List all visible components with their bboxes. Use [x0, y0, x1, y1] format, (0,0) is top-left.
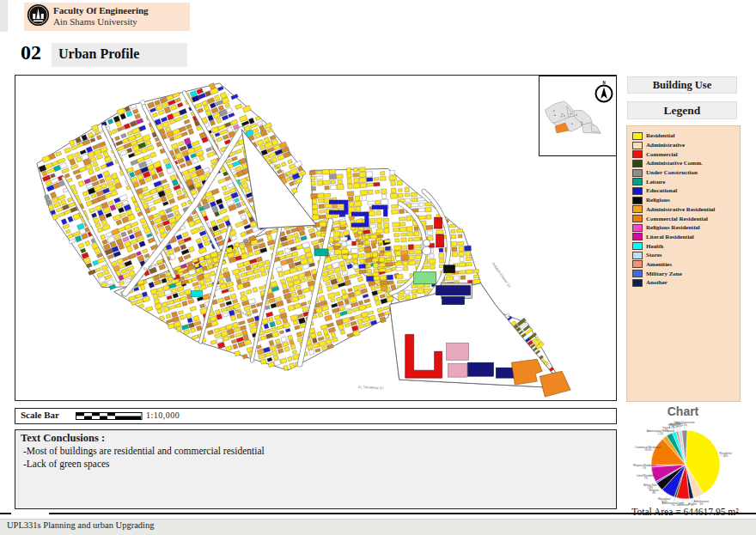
legend-header: Legend [627, 101, 737, 119]
legend-swatch [632, 197, 643, 204]
legend-item: Military Zone [632, 269, 740, 278]
conclusions-text: -Most of buildings are residential and c… [23, 445, 265, 470]
legend-item: Administative Comm. [632, 159, 740, 168]
urban-map: GESR EL SUEZ STEL SAYEDA STEL THAWRA STV… [15, 76, 616, 400]
legend-swatch [632, 224, 643, 232]
legend-item-label: Under Construction [646, 169, 698, 176]
svg-text:AL TAYARAN ST: AL TAYARAN ST [358, 385, 385, 391]
legend-item-label: Military Zone [646, 271, 682, 277]
corner-notch [0, 0, 8, 32]
legend-item-label: Administative Comm. [646, 160, 703, 167]
legend-item: Religious Residential [632, 223, 740, 233]
legend-item-label: Educational [646, 187, 677, 194]
svg-text:6.5%: 6.5% [662, 500, 668, 503]
north-arrow-icon: N [596, 81, 613, 102]
scale-ratio: 1:10,000 [146, 410, 180, 420]
legend-item-label: Commercial [646, 151, 678, 158]
legend-item-label: Health [646, 243, 663, 250]
svg-text:2.5%: 2.5% [681, 423, 687, 427]
svg-text:3%: 3% [664, 429, 668, 432]
legend-swatch [632, 142, 643, 149]
legend-item-label: Religious Residential [646, 224, 700, 231]
svg-text:4%: 4% [652, 491, 656, 495]
svg-text:1%: 1% [643, 466, 647, 470]
legend-swatch [632, 252, 643, 259]
legend-swatch [632, 270, 643, 277]
university-logo-icon [27, 3, 50, 27]
legend-swatch [632, 187, 643, 195]
svg-text:0.8%: 0.8% [648, 486, 654, 489]
section-number: 02 [21, 41, 41, 64]
legend-item: Administrative [632, 141, 740, 150]
legend-swatch [632, 260, 643, 268]
svg-text:AHMED ESMAT ST: AHMED ESMAT ST [491, 262, 512, 289]
footer-divider [49, 513, 756, 514]
faculty-name: Faculty Of Engineering [53, 5, 149, 15]
svg-text:40%: 40% [723, 454, 729, 458]
legend-item-label: Administrative Residential [646, 206, 715, 213]
legend-item: Literal Residential [632, 233, 740, 242]
legend-item: Residential [632, 131, 740, 141]
conclusions-title: Text Conclusions : [21, 432, 105, 445]
legend-item-label: Another [646, 279, 668, 286]
svg-text:2.2%: 2.2% [658, 432, 664, 435]
legend-swatch [632, 169, 643, 177]
urban-map-frame: GESR EL SUEZ STEL SAYEDA STEL THAWRA STV… [15, 75, 617, 401]
chart-title: Chart [627, 404, 739, 418]
legend-item-label: Literal Residential [646, 234, 694, 240]
total-area-label: Total Area = 644617.95 m² [619, 507, 752, 517]
pie-chart: Residential40%Administrative5%Another2%C… [628, 420, 743, 506]
legend-item-label: Amenities [646, 261, 672, 268]
location-inset-box: N [539, 76, 617, 156]
legend-swatch [632, 215, 643, 222]
slide-canvas: Faculty Of Engineering Ain Shams Univers… [0, 0, 756, 535]
legend-item-label: Leisure [646, 179, 665, 185]
legend-item: Educational [632, 186, 740, 196]
scale-bar-label: Scale Bar [21, 410, 59, 420]
legend-item: Administrative Residential [632, 205, 740, 215]
legend-swatch [632, 160, 643, 167]
legend-item-label: Religious [646, 197, 670, 204]
university-name: Ain Shams University [53, 16, 137, 27]
legend-item-label: Commercial Residential [646, 216, 708, 222]
conclusion-line: -Lack of green spaces [23, 458, 265, 471]
legend-item: Under Construction [632, 168, 740, 178]
legend-item-label: Residential [646, 132, 674, 139]
svg-text:7%: 7% [644, 477, 649, 480]
svg-text:1%: 1% [672, 504, 676, 506]
legend-item-label: Administrative [646, 142, 685, 149]
legend-item: Commercial Residential [632, 214, 740, 223]
course-code: UPL331s Planning and urban Upgrading [7, 520, 154, 530]
legend-item: Leisure [632, 177, 740, 186]
building-use-header: Building Use [627, 76, 737, 94]
svg-text:N: N [602, 81, 605, 85]
legend-swatch [632, 242, 643, 250]
legend-item: Health [632, 241, 740, 251]
legend-item: Religious [632, 196, 740, 205]
legend-swatch [632, 132, 643, 140]
legend-panel: ResidentialAdministrativeCommercialAdmin… [626, 125, 741, 402]
svg-text:2%: 2% [691, 505, 695, 506]
legend-item: Amenities [632, 260, 740, 270]
legend-swatch [632, 233, 643, 240]
footer-tick [0, 513, 11, 514]
location-minimap: N [540, 76, 615, 155]
section-title: Urban Profile [58, 46, 139, 62]
legend-swatch [632, 178, 643, 185]
legend-swatch [632, 279, 643, 287]
legend-swatch [632, 205, 643, 213]
legend-item-label: Stores [646, 252, 662, 258]
legend-swatch [632, 150, 643, 158]
scale-bar-graphic [76, 412, 143, 420]
svg-text:13.5%: 13.5% [644, 448, 651, 452]
legend-item: Another [632, 278, 740, 288]
conclusion-line: -Most of buildings are residential and c… [23, 445, 265, 458]
legend-item: Stores [632, 251, 740, 260]
legend-item: Commercial [632, 149, 740, 159]
svg-text:5%: 5% [699, 502, 704, 506]
